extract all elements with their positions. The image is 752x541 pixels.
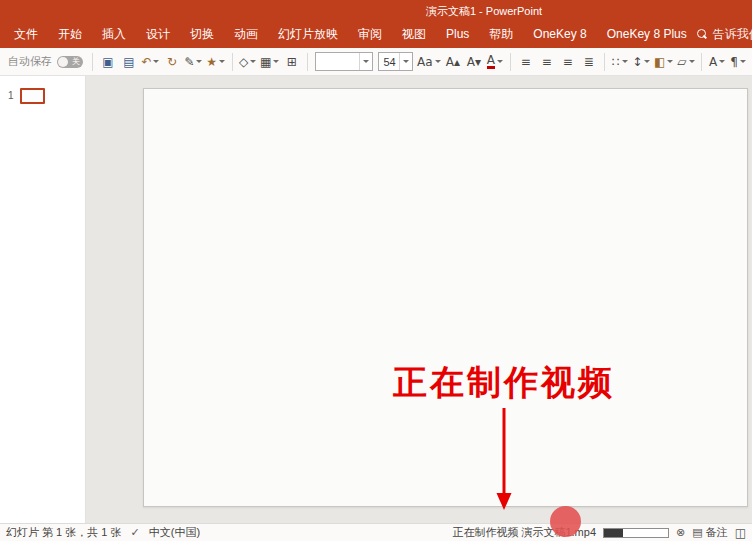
- save-icon: ▣: [102, 56, 113, 68]
- tab-plus[interactable]: Plus: [436, 20, 479, 48]
- slide-thumbnail-item-1[interactable]: 1: [0, 76, 85, 104]
- dropdown-caret: [740, 60, 746, 63]
- dropdown-caret: [196, 60, 202, 63]
- new-slide-button[interactable]: ⊞: [282, 51, 302, 73]
- cancel-export-icon[interactable]: ⊗: [676, 527, 685, 538]
- tab-view[interactable]: 视图: [392, 20, 436, 48]
- pen-icon: ✎: [184, 56, 194, 68]
- grow-font-icon: A▴: [446, 56, 460, 68]
- tab-animations[interactable]: 动画: [224, 20, 268, 48]
- text-style-button[interactable]: A: [707, 51, 727, 73]
- tab-transitions[interactable]: 切换: [180, 20, 224, 48]
- font-size-value: 54: [383, 56, 398, 68]
- toolbar-separator: [92, 53, 93, 71]
- slide-canvas[interactable]: [143, 88, 748, 507]
- powerpoint-window: 演示文稿1 - PowerPoint 文件 开始 插入 设计 切换 动画 幻灯片…: [0, 0, 752, 541]
- save-button[interactable]: ▣: [98, 51, 118, 73]
- paragraph-icon: ¶: [730, 56, 738, 68]
- tab-home[interactable]: 开始: [48, 20, 92, 48]
- autosave-label: 自动保存: [8, 54, 52, 69]
- insert-picture-button[interactable]: ▦: [259, 51, 281, 73]
- bullets-icon: ∷: [612, 56, 620, 68]
- toggle-knob: [58, 57, 68, 67]
- toolbar-separator: [510, 53, 511, 71]
- bullets-button[interactable]: ∷: [610, 51, 630, 73]
- shrink-font-button[interactable]: A▾: [464, 51, 484, 73]
- search-icon: [697, 29, 707, 39]
- dropdown-caret: [153, 60, 159, 63]
- toolbar-separator: [604, 53, 605, 71]
- notes-button[interactable]: ▤ 备注: [692, 525, 727, 540]
- justify-icon: ≣: [584, 56, 594, 68]
- status-bar: 幻灯片 第 1 张，共 1 张 ✓ 中文(中国) 正在制作视频 演示文稿1.mp…: [0, 523, 752, 541]
- status-bar-right: 正在制作视频 演示文稿1.mp4 ⊗ ▤ 备注 ◫: [452, 525, 746, 540]
- dropdown-caret: [689, 60, 695, 63]
- font-name-combo[interactable]: [315, 52, 374, 71]
- font-size-combo[interactable]: 54: [378, 52, 412, 71]
- dropdown-caret: [273, 60, 279, 63]
- align-center-icon: ≡: [542, 56, 552, 68]
- justify-button[interactable]: ≣: [579, 51, 599, 73]
- tab-design[interactable]: 设计: [136, 20, 180, 48]
- slide-editing-area: [86, 76, 752, 523]
- align-center-button[interactable]: ≡: [537, 51, 557, 73]
- tab-insert[interactable]: 插入: [92, 20, 136, 48]
- save-as-icon: ▤: [123, 56, 134, 68]
- align-left-button[interactable]: ≡: [516, 51, 536, 73]
- slide-thumbnail[interactable]: [20, 88, 45, 104]
- autosave-toggle[interactable]: 关: [57, 56, 83, 68]
- export-progress-label: 正在制作视频 演示文稿1.mp4: [452, 525, 596, 540]
- progress-fill: [604, 529, 623, 537]
- chevron-down-icon[interactable]: [359, 53, 372, 70]
- tell-me-box[interactable]: 告诉我你想要做什么: [697, 26, 752, 43]
- outline-icon: ▱: [677, 56, 686, 68]
- font-color-button[interactable]: A: [485, 51, 505, 73]
- line-spacing-button[interactable]: ↕: [631, 51, 652, 73]
- quick-style-button[interactable]: ★: [205, 51, 227, 73]
- redo-icon: ↻: [167, 56, 177, 68]
- redo-button[interactable]: ↻: [162, 51, 182, 73]
- align-left-icon: ≡: [521, 56, 531, 68]
- tab-review[interactable]: 审阅: [348, 20, 392, 48]
- slide-number: 1: [8, 88, 14, 104]
- new-slide-icon: ⊞: [287, 56, 297, 68]
- language-indicator[interactable]: 中文(中国): [149, 525, 200, 540]
- quick-access-toolbar: 自动保存 关 ▣ ▤ ↶ ↻ ✎ ★ ◇ ▦ ⊞ 54 Aa A▴ A▾ A ≡: [0, 48, 752, 76]
- tell-me-label: 告诉我你想要做什么: [713, 26, 752, 43]
- font-color-icon: A: [487, 54, 495, 69]
- draw-pen-button[interactable]: ✎: [183, 51, 204, 73]
- tab-slideshow[interactable]: 幻灯片放映: [268, 20, 348, 48]
- dropdown-caret: [719, 60, 725, 63]
- workspace: 1: [0, 76, 752, 523]
- paragraph-button[interactable]: ¶: [728, 51, 748, 73]
- dropdown-caret: [667, 60, 673, 63]
- tab-onekey8plus[interactable]: OneKey 8 Plus: [597, 20, 697, 48]
- save-as-button[interactable]: ▤: [119, 51, 139, 73]
- dropdown-caret: [644, 60, 650, 63]
- slide-thumbnail-panel: 1: [0, 76, 86, 523]
- notes-icon: ▤: [692, 527, 702, 538]
- tab-file[interactable]: 文件: [4, 20, 48, 48]
- align-right-icon: ≡: [563, 56, 573, 68]
- change-case-button[interactable]: Aa: [416, 51, 442, 73]
- proofing-icon[interactable]: ✓: [131, 527, 140, 538]
- export-progress-bar: [603, 528, 669, 538]
- chevron-down-icon[interactable]: [399, 53, 412, 70]
- star-icon: ★: [206, 56, 217, 68]
- change-case-icon: Aa: [417, 56, 433, 68]
- align-right-button[interactable]: ≡: [558, 51, 578, 73]
- tab-onekey8[interactable]: OneKey 8: [523, 20, 596, 48]
- grow-font-button[interactable]: A▴: [443, 51, 463, 73]
- shapes-button[interactable]: ◇: [237, 51, 257, 73]
- toolbar-separator: [307, 53, 308, 71]
- shape-fill-button[interactable]: ◧: [653, 51, 675, 73]
- autosave-control[interactable]: 自动保存 关: [4, 54, 87, 69]
- fill-color-icon: ◧: [654, 56, 665, 68]
- slide-indicator[interactable]: 幻灯片 第 1 张，共 1 张: [6, 525, 122, 540]
- shape-outline-button[interactable]: ▱: [676, 51, 696, 73]
- normal-view-icon[interactable]: ◫: [735, 527, 746, 539]
- tab-help[interactable]: 帮助: [479, 20, 523, 48]
- undo-button[interactable]: ↶: [140, 51, 161, 73]
- dropdown-caret: [250, 60, 256, 63]
- undo-icon: ↶: [141, 56, 151, 68]
